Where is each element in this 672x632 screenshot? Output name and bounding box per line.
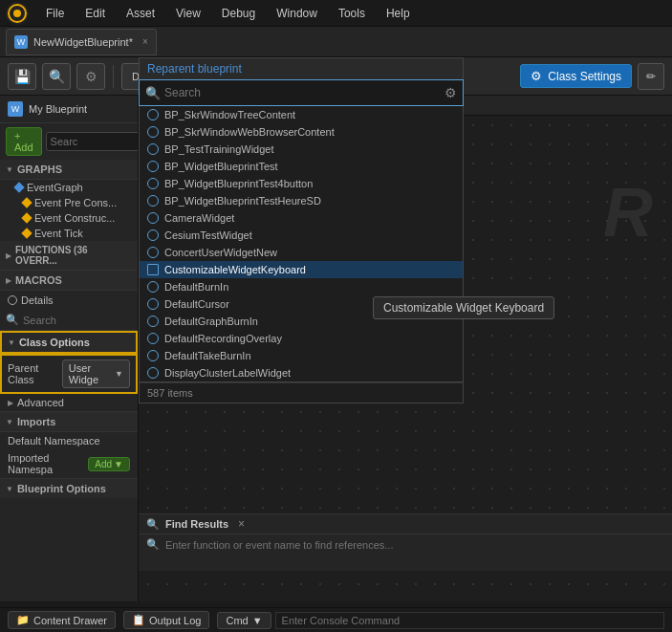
reparent-list-item[interactable]: DefaultRecordingOverlay <box>140 330 463 347</box>
functions-section-header[interactable]: ▶ FUNCTIONS (36 OVERR... <box>0 241 138 271</box>
reparent-list-item[interactable]: DisplayClusterLabelWidget <box>140 364 463 381</box>
event-pre-cons-label: Event Pre Cons... <box>34 197 117 208</box>
graphs-label: GRAPHS <box>17 163 62 175</box>
sidebar-item-event-graph[interactable]: EventGraph <box>0 180 138 195</box>
reparent-list-item[interactable]: BP_WidgetBlueprintTestHeureSD <box>140 192 463 209</box>
add-import-button[interactable]: Add ▼ <box>88 457 130 471</box>
reparent-list-item[interactable]: BP_SkrWindowWebBrowserContent <box>140 123 463 141</box>
tab-label: NewWidgetBlueprint* <box>33 36 133 48</box>
find-results-close-button[interactable]: × <box>238 517 245 531</box>
graphs-triangle-icon: ▼ <box>6 165 13 174</box>
reparent-list-item[interactable]: CustomizableWidgetKeyboard <box>140 261 463 278</box>
blueprint-header: W My Blueprint <box>0 96 138 123</box>
reparent-item-label: DefaultBurnIn <box>164 281 228 293</box>
toolbar-separator-1 <box>113 65 114 88</box>
sidebar-item-event-tick[interactable]: Event Tick <box>0 226 138 241</box>
advanced-row[interactable]: ▶ Advanced <box>0 394 138 411</box>
reparent-search-input[interactable] <box>164 86 441 99</box>
save-button[interactable]: 💾 <box>8 63 36 90</box>
menu-file[interactable]: File <box>42 5 68 22</box>
reparent-item-label: CameraWidget <box>164 212 234 224</box>
menu-tools[interactable]: Tools <box>335 5 369 22</box>
advanced-label: Advanced <box>17 397 64 408</box>
circle-icon <box>147 109 159 120</box>
macros-section-header[interactable]: ▶ MACROS <box>0 271 138 291</box>
menu-view[interactable]: View <box>172 5 205 22</box>
reparent-settings-icon[interactable]: ⚙ <box>444 85 457 100</box>
add-import-chevron-icon: ▼ <box>114 459 123 469</box>
reparent-list-item[interactable]: CesiumTestWidget <box>140 227 463 244</box>
reparent-list-item[interactable]: BP_WidgetBlueprintTest <box>140 158 463 175</box>
compile-button[interactable]: ⚙ <box>76 63 105 90</box>
console-command-input[interactable] <box>275 612 664 629</box>
reparent-item-label: BP_SkrWindowWebBrowserContent <box>164 126 335 138</box>
blueprint-icon: W <box>8 101 23 117</box>
cmd-button[interactable]: Cmd ▼ <box>217 612 271 629</box>
class-options-triangle-icon: ▼ <box>8 338 15 347</box>
class-settings-gear-icon: ⚙ <box>531 69 542 83</box>
reparent-list-item[interactable]: BP_WidgetBlueprintTest4button <box>140 175 463 192</box>
macros-triangle-icon: ▶ <box>6 276 11 285</box>
graphs-section-header[interactable]: ▼ GRAPHS <box>0 160 138 180</box>
reparent-footer: 587 items <box>139 382 464 403</box>
edit-button[interactable]: ✏ <box>638 63 664 90</box>
output-log-label: Output Log <box>149 615 201 626</box>
event-tick-label: Event Tick <box>34 228 83 239</box>
reparent-item-label: BP_WidgetBlueprintTest4button <box>164 178 313 189</box>
reparent-search-icon: 🔍 <box>145 86 161 100</box>
parent-class-dropdown[interactable]: User Widge ▼ <box>62 360 130 388</box>
reparent-list-item[interactable]: BP_TestTrainingWidget <box>140 141 463 158</box>
reparent-item-label: DefaultCursor <box>164 298 229 310</box>
svg-point-1 <box>13 10 21 17</box>
reparent-item-label: BP_WidgetBlueprintTest <box>164 161 278 172</box>
class-options-label: Class Options <box>19 337 90 348</box>
blueprint-search-input[interactable] <box>46 132 139 151</box>
menu-edit[interactable]: Edit <box>81 5 109 22</box>
event-graph-icon <box>13 182 24 192</box>
reparent-list: BP_SkrWindowTreeContentBP_SkrWindowWebBr… <box>139 106 464 382</box>
output-log-button[interactable]: 📋 Output Log <box>123 611 209 629</box>
reparent-list-item[interactable]: ConcertUserWidgetNew <box>140 244 463 261</box>
class-options-header[interactable]: ▼ Class Options <box>0 331 138 354</box>
event-construc-label: Event Construc... <box>34 212 115 224</box>
content-drawer-button[interactable]: 📁 Content Drawer <box>8 611 116 629</box>
chevron-down-icon: ▼ <box>115 369 123 379</box>
class-settings-button[interactable]: ⚙ Class Settings <box>520 64 632 88</box>
reparent-search-bar: 🔍 ⚙ <box>139 79 464 106</box>
menu-window[interactable]: Window <box>272 5 321 22</box>
reparent-item-label: DefaultGraphBurnIn <box>164 316 258 327</box>
reparent-list-item[interactable]: DefaultBurnIn <box>140 278 463 295</box>
imports-section-header[interactable]: ▼ Imports <box>0 411 138 432</box>
tab-close-button[interactable]: × <box>142 36 148 47</box>
menu-asset[interactable]: Asset <box>122 5 159 22</box>
add-button[interactable]: + Add <box>6 127 42 156</box>
circle-icon <box>147 316 159 327</box>
find-search-icon: 🔍 <box>146 538 160 551</box>
sidebar-item-event-pre-cons[interactable]: Event Pre Cons... <box>0 195 138 210</box>
advanced-triangle-icon: ▶ <box>8 399 13 407</box>
reparent-list-item[interactable]: BP_SkrWindowTreeContent <box>140 106 463 123</box>
browse-icon: 🔍 <box>49 69 65 84</box>
event-tick-icon <box>21 228 32 238</box>
imported-namespace-row[interactable]: Imported Namespa Add ▼ <box>0 449 138 478</box>
blueprint-options-header[interactable]: ▼ Blueprint Options <box>0 478 138 498</box>
compile-icon: ⚙ <box>85 69 98 84</box>
sidebar-item-event-construc[interactable]: Event Construc... <box>0 210 138 226</box>
menu-debug[interactable]: Debug <box>218 5 259 22</box>
output-log-icon: 📋 <box>132 614 145 626</box>
menu-help[interactable]: Help <box>382 5 414 22</box>
details-button[interactable]: Details <box>0 291 138 310</box>
reparent-item-label: ConcertUserWidgetNew <box>164 247 277 258</box>
find-results-search-input[interactable] <box>165 539 664 551</box>
reparent-list-item[interactable]: CameraWidget <box>140 209 463 227</box>
event-pre-cons-icon <box>21 197 32 207</box>
class-search-input[interactable] <box>23 315 139 326</box>
reparent-item-label: BP_TestTrainingWidget <box>164 143 274 155</box>
default-namespace-label: Default Namespace <box>8 435 100 447</box>
left-panel: W My Blueprint + Add ▼ GRAPHS EventGraph… <box>0 96 139 601</box>
default-namespace-row[interactable]: Default Namespace <box>0 432 138 449</box>
tab-new-widget-blueprint[interactable]: W NewWidgetBlueprint* × <box>6 29 157 55</box>
circle-icon <box>147 161 159 172</box>
browse-button[interactable]: 🔍 <box>42 63 71 90</box>
reparent-list-item[interactable]: DefaultTakeBurnIn <box>140 347 463 364</box>
